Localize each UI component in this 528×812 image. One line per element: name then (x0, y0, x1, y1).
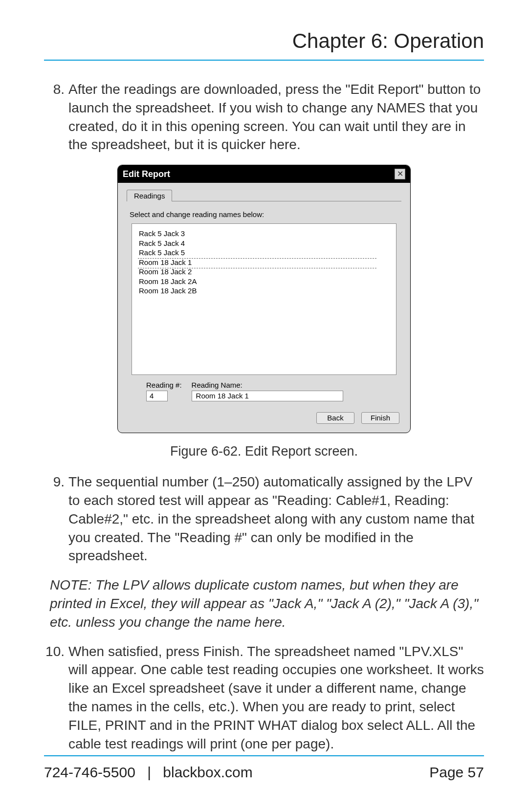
list-item[interactable]: Room 18 Jack 2A (139, 277, 389, 286)
step-text: After the readings are downloaded, press… (68, 80, 484, 154)
step-8: 8. After the readings are downloaded, pr… (44, 80, 484, 154)
step-number: 10. (44, 642, 65, 753)
step-text: The sequential number (1–250) automatica… (68, 473, 484, 565)
tab-readings[interactable]: Readings (127, 190, 172, 201)
dialog-title: Edit Report (123, 169, 170, 179)
step-number: 9. (44, 473, 65, 565)
readings-listbox[interactable]: Rack 5 Jack 3 Rack 5 Jack 4 Rack 5 Jack … (132, 223, 396, 375)
list-item[interactable]: Room 18 Jack 1 (139, 258, 389, 267)
reading-name-label: Reading Name: (192, 381, 343, 389)
back-button[interactable]: Back (316, 412, 354, 424)
footer-separator: | (147, 764, 151, 780)
note-block: NOTE: The LPV allows duplicate custom na… (44, 576, 484, 631)
step-10: 10. When satisfied, press Finish. The sp… (44, 642, 484, 753)
note-label: NOTE: (50, 577, 92, 593)
list-item[interactable]: Rack 5 Jack 5 (139, 248, 389, 258)
reading-name-input[interactable]: Room 18 Jack 1 (192, 391, 343, 401)
selection-marker-top (138, 258, 376, 259)
step-9: 9. The sequential number (1–250) automat… (44, 473, 484, 565)
footer-phone: 724-746-5500 (44, 764, 135, 780)
chapter-title: Chapter 6: Operation (44, 29, 484, 61)
page-number: Page 57 (429, 764, 484, 781)
list-item[interactable]: Rack 5 Jack 4 (139, 239, 389, 248)
edit-report-figure: Edit Report ✕ Readings Select and change… (44, 165, 484, 433)
page-footer: 724-746-5500 | blackbox.com Page 57 (44, 755, 484, 781)
list-item[interactable]: Room 18 Jack 2B (139, 286, 389, 296)
note-text: The LPV allows duplicate custom names, b… (50, 577, 478, 630)
dialog-instruction: Select and change reading names below: (130, 210, 401, 219)
reading-number-input[interactable]: 4 (146, 391, 168, 401)
step-number: 8. (44, 80, 65, 154)
reading-number-label: Reading #: (146, 381, 182, 389)
close-icon[interactable]: ✕ (395, 169, 405, 179)
footer-site: blackbox.com (163, 764, 252, 780)
figure-caption: Figure 6-62. Edit Report screen. (44, 444, 484, 459)
step-text: When satisfied, press Finish. The spread… (68, 642, 484, 753)
selection-marker-bottom (138, 268, 376, 268)
edit-report-dialog: Edit Report ✕ Readings Select and change… (117, 165, 411, 433)
list-item[interactable]: Rack 5 Jack 3 (139, 229, 389, 239)
finish-button[interactable]: Finish (361, 412, 399, 424)
dialog-titlebar: Edit Report ✕ (118, 165, 410, 183)
